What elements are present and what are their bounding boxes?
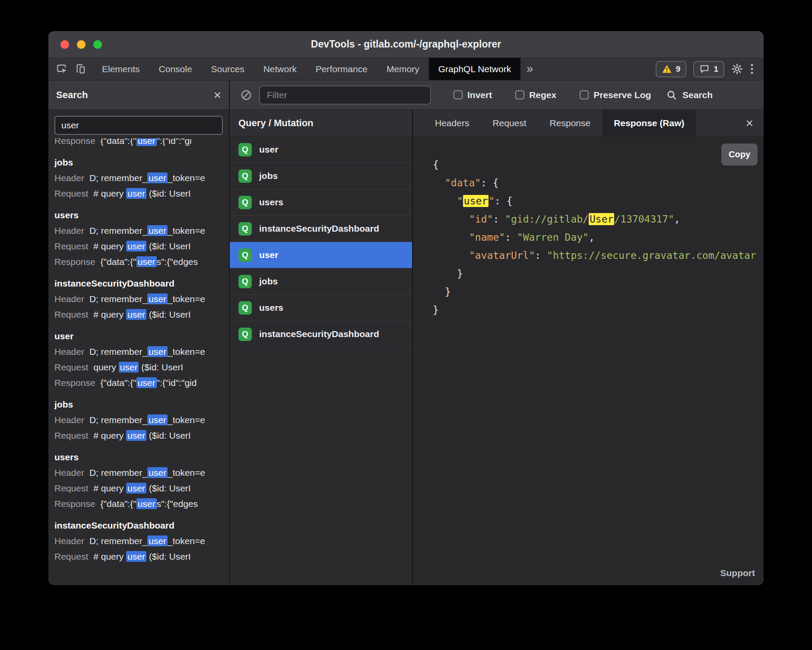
- search-result-group-title[interactable]: user: [54, 328, 223, 344]
- search-result-line[interactable]: Request# query user ($id: UserI: [54, 186, 223, 201]
- search-match-highlight: user: [126, 551, 146, 562]
- inspect-element-icon[interactable]: [56, 63, 68, 75]
- checkbox-preserve-log[interactable]: Preserve Log: [580, 90, 651, 100]
- search-match-highlight: user: [136, 498, 157, 509]
- detail-tab-response-raw[interactable]: Response (Raw): [602, 110, 696, 136]
- search-result-line[interactable]: Request# query user ($id: UserI: [54, 428, 223, 443]
- query-item-label: jobs: [259, 171, 278, 181]
- search-match-highlight: user: [136, 256, 157, 267]
- minimize-window-button[interactable]: [77, 40, 86, 49]
- kebab-menu-icon[interactable]: [750, 63, 754, 75]
- filter-input[interactable]: [259, 86, 431, 105]
- support-link[interactable]: Support: [720, 568, 755, 578]
- content-columns: Query / Mutation QuserQjobsQusersQinstan…: [230, 110, 764, 585]
- search-input[interactable]: [54, 116, 223, 135]
- search-result-line[interactable]: Response{"data":{"user":{"id":"gi: [54, 138, 223, 149]
- copy-button[interactable]: Copy: [721, 143, 758, 166]
- query-item-label: instanceSecurityDashboard: [259, 223, 379, 234]
- search-result-line[interactable]: HeaderD; remember_user_token=e: [54, 533, 223, 549]
- clear-log-icon[interactable]: [240, 89, 252, 101]
- devtools-tab-graphql-network[interactable]: GraphQL Network: [429, 58, 520, 80]
- search-result-line[interactable]: Response{"data":{"users":{"edges: [54, 254, 223, 270]
- search-match-highlight: User: [589, 213, 614, 225]
- search-result-line[interactable]: Response{"data":{"user":{"id":"gid: [54, 375, 223, 391]
- search-result-line[interactable]: Request# query user ($id: UserI: [54, 481, 223, 496]
- detail-tab-request[interactable]: Request: [481, 110, 538, 136]
- result-field-label: Request: [54, 430, 88, 440]
- devtools-tab-performance[interactable]: Performance: [306, 58, 377, 80]
- query-list-item-instancesecuritydashboard[interactable]: QinstanceSecurityDashboard: [230, 321, 412, 347]
- search-match-highlight: user: [147, 346, 168, 357]
- result-field-label: Response: [54, 378, 95, 388]
- devtools-tab-network[interactable]: Network: [254, 58, 306, 80]
- query-list-item-users[interactable]: Qusers: [230, 295, 412, 321]
- search-result-line[interactable]: HeaderD; remember_user_token=e: [54, 344, 223, 360]
- detail-tab-response[interactable]: Response: [538, 110, 603, 136]
- settings-gear-icon[interactable]: [731, 63, 743, 75]
- checkbox-regex[interactable]: Regex: [515, 90, 556, 100]
- query-list-item-jobs[interactable]: Qjobs: [230, 268, 412, 295]
- query-list-item-jobs[interactable]: Qjobs: [230, 163, 412, 189]
- devtools-tab-console[interactable]: Console: [149, 58, 202, 80]
- search-result-group-title[interactable]: users: [54, 449, 223, 465]
- devtools-tab-memory[interactable]: Memory: [377, 58, 429, 80]
- result-field-label: Header: [54, 294, 84, 304]
- checkbox-box[interactable]: [580, 90, 589, 99]
- search-result-line[interactable]: HeaderD; remember_user_token=e: [54, 412, 223, 428]
- result-field-label: Header: [54, 536, 84, 546]
- search-result-line[interactable]: Requestquery user ($id: UserI: [54, 360, 223, 375]
- toolbar-right-icons: 9 1: [656, 58, 764, 80]
- search-result-line[interactable]: Request# query user ($id: UserI: [54, 239, 223, 254]
- search-result-group-title[interactable]: users: [54, 207, 223, 223]
- detail-tab-headers[interactable]: Headers: [423, 110, 481, 136]
- checkbox-box[interactable]: [454, 90, 463, 99]
- search-result-line[interactable]: HeaderD; remember_user_token=e: [54, 223, 223, 239]
- search-result-group-title[interactable]: instanceSecurityDashboard: [54, 276, 223, 291]
- json-line: "name": "Warren Day",: [433, 228, 764, 246]
- query-item-label: users: [259, 197, 283, 207]
- search-result-line[interactable]: Response{"data":{"users":{"edges: [54, 496, 223, 512]
- query-list-item-user[interactable]: Quser: [230, 242, 412, 268]
- checkbox-box[interactable]: [515, 90, 524, 99]
- warnings-badge[interactable]: 9: [656, 61, 687, 77]
- search-match-highlight: user: [136, 138, 157, 146]
- search-result-line[interactable]: HeaderD; remember_user_token=e: [54, 170, 223, 186]
- more-tabs-chevron-icon[interactable]: »: [520, 58, 539, 80]
- search-result-line[interactable]: Request# query user ($id: UserI: [54, 549, 223, 564]
- search-result-group-title[interactable]: jobs: [54, 397, 223, 412]
- zoom-window-button[interactable]: [93, 40, 102, 49]
- search-match-highlight: user: [463, 195, 488, 207]
- search-results: Response{"data":{"user":{"id":"gijobsHea…: [48, 138, 229, 585]
- query-badge-icon: Q: [238, 222, 252, 236]
- search-result-line[interactable]: HeaderD; remember_user_token=e: [54, 291, 223, 307]
- query-badge-icon: Q: [238, 301, 252, 315]
- window-title: DevTools - gitlab.com/-/graphql-explorer: [311, 38, 501, 50]
- result-field-label: Header: [54, 173, 84, 183]
- device-toolbar-icon[interactable]: [75, 63, 86, 75]
- result-field-label: Response: [54, 257, 95, 267]
- close-window-button[interactable]: [60, 40, 69, 49]
- checkbox-invert[interactable]: Invert: [454, 90, 492, 100]
- search-result-line[interactable]: HeaderD; remember_user_token=e: [54, 465, 223, 481]
- search-match-highlight: user: [147, 225, 168, 236]
- warning-count: 9: [676, 64, 681, 74]
- search-result-group-title[interactable]: jobs: [54, 155, 223, 170]
- json-line: "avatarUrl": "https://secure.gravatar.co…: [433, 246, 764, 264]
- query-list-item-users[interactable]: Qusers: [230, 189, 412, 216]
- json-line: }: [433, 283, 764, 301]
- devtools-tab-sources[interactable]: Sources: [202, 58, 254, 80]
- close-detail-icon[interactable]: ×: [745, 110, 764, 136]
- devtools-tab-elements[interactable]: Elements: [92, 58, 149, 80]
- messages-badge[interactable]: 1: [693, 61, 724, 77]
- close-search-panel-icon[interactable]: ×: [213, 89, 221, 102]
- query-badge-icon: Q: [238, 249, 252, 262]
- query-list-item-user[interactable]: Quser: [230, 137, 412, 163]
- search-result-line[interactable]: Request# query user ($id: UserI: [54, 307, 223, 322]
- window-titlebar: DevTools - gitlab.com/-/graphql-explorer: [48, 31, 764, 58]
- search-match-highlight: user: [147, 467, 168, 478]
- warning-triangle-icon: [662, 64, 672, 73]
- search-result-group-title[interactable]: instanceSecurityDashboard: [54, 518, 223, 533]
- query-list-item-instancesecuritydashboard[interactable]: QinstanceSecurityDashboard: [230, 216, 412, 242]
- search-input-row: [48, 110, 229, 138]
- toolbar-search[interactable]: Search: [666, 89, 713, 101]
